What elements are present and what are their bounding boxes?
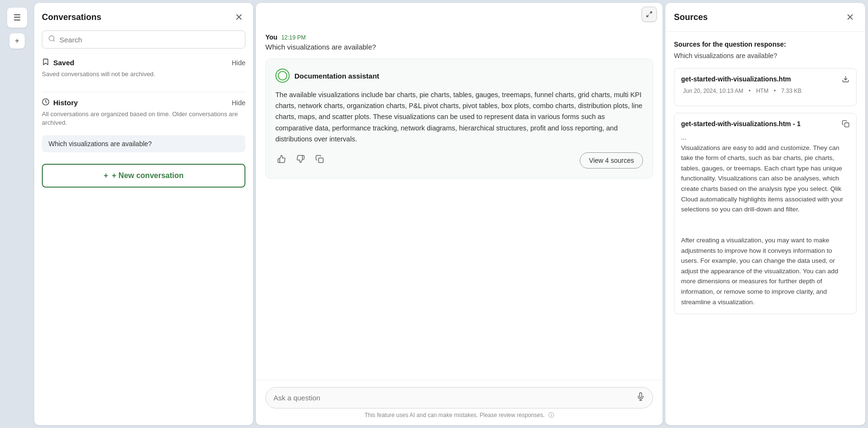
chat-area: You 12:19 PM Which visualizations are av… [256, 3, 663, 425]
assistant-message: Documentation assistant The available vi… [265, 59, 653, 179]
info-icon: ⓘ [548, 412, 554, 418]
search-input[interactable] [59, 36, 239, 44]
source-file-card-1: get-started-with-visualizations.htm Jun … [674, 68, 857, 106]
conversations-panel-header: Conversations ✕ [42, 10, 245, 24]
chat-messages: You 12:19 PM Which visualizations are av… [256, 22, 663, 380]
search-box [42, 30, 245, 49]
sources-close-button[interactable]: ✕ [843, 10, 857, 24]
svg-rect-4 [319, 158, 323, 163]
source-file-header-1: get-started-with-visualizations.htm [681, 75, 849, 85]
view-sources-button[interactable]: View 4 sources [580, 152, 643, 169]
sources-title: Sources [674, 12, 708, 22]
svg-rect-8 [845, 123, 849, 127]
sources-question-text: Which visualizations are available? [674, 52, 857, 60]
history-icon [42, 98, 49, 107]
assistant-header: Documentation assistant [275, 69, 643, 83]
message-time: 12:19 PM [281, 34, 305, 41]
user-meta: You 12:19 PM [265, 33, 653, 41]
assistant-name: Documentation assistant [294, 72, 379, 80]
copy-message-button[interactable] [313, 153, 326, 168]
source-copy-button-2[interactable] [842, 120, 849, 129]
saved-hide-button[interactable]: Hide [232, 59, 245, 67]
history-label: History [53, 99, 78, 107]
source-excerpt-2: ... Visualizations are easy to add and c… [681, 132, 849, 307]
sidebar-toggle-column: ☰ + [3, 3, 31, 425]
thumbs-down-button[interactable] [294, 153, 307, 168]
thumbs-up-button[interactable] [275, 153, 288, 168]
new-conversation-label: + New conversation [112, 171, 184, 180]
message-actions: View 4 sources [275, 152, 643, 169]
source-download-button-1[interactable] [842, 75, 849, 85]
source-file-card-2: get-started-with-visualizations.htm - 1 … [674, 113, 857, 314]
saved-label: Saved [53, 59, 74, 67]
bookmark-icon [42, 58, 49, 67]
user-message-text: Which visualizations are available? [265, 43, 653, 51]
source-file-name-2: get-started-with-visualizations.htm - 1 [681, 120, 800, 128]
search-icon [48, 35, 56, 44]
history-section-title: History [42, 98, 78, 107]
sources-header: Sources ✕ [665, 3, 865, 32]
saved-divider [42, 92, 245, 92]
chat-header [256, 3, 663, 22]
chat-input-area: This feature uses AI and can make mistak… [256, 380, 663, 425]
add-conversation-button[interactable]: + [10, 33, 25, 49]
saved-section-header: Saved Hide [42, 58, 245, 67]
plus-icon: + [104, 171, 108, 180]
sources-content: Sources for the question response: Which… [665, 32, 865, 425]
chat-input-box [265, 387, 653, 408]
conversation-item[interactable]: Which visualizations are available? [42, 135, 245, 152]
ai-disclaimer: This feature uses AI and can make mistak… [265, 411, 653, 421]
microphone-button[interactable] [636, 392, 645, 403]
disclaimer-text: This feature uses AI and can make mistak… [364, 412, 545, 418]
chat-input[interactable] [273, 394, 632, 402]
assistant-avatar-inner [278, 71, 287, 80]
saved-section-title: Saved [42, 58, 74, 67]
user-name: You [265, 33, 277, 41]
saved-description: Saved conversations will not be archived… [42, 70, 245, 79]
sources-panel: Sources ✕ Sources for the question respo… [665, 3, 865, 425]
source-file-name-1: get-started-with-visualizations.htm [681, 75, 791, 83]
menu-icon-button[interactable]: ☰ [7, 8, 27, 28]
expand-chat-button[interactable] [642, 7, 657, 22]
history-section-header: History Hide [42, 98, 245, 107]
source-file-header-2: get-started-with-visualizations.htm - 1 [681, 120, 849, 129]
history-description: All conversations are organized based on… [42, 110, 245, 127]
conversations-panel: Conversations ✕ Saved Hid [34, 3, 253, 425]
sources-question-label: Sources for the question response: [674, 40, 857, 48]
user-message: You 12:19 PM Which visualizations are av… [265, 33, 653, 51]
assistant-avatar [275, 69, 290, 83]
svg-point-0 [49, 36, 54, 41]
new-conversation-button[interactable]: + + New conversation [42, 164, 245, 188]
conversations-close-button[interactable]: ✕ [232, 10, 245, 24]
assistant-message-text: The available visualizations include bar… [275, 90, 643, 145]
history-hide-button[interactable]: Hide [232, 99, 245, 107]
source-file-meta-1: Jun 20, 2024, 10:13 AM • HTM • 7.33 KB [681, 88, 849, 94]
action-icons [275, 153, 326, 168]
conversations-title: Conversations [42, 12, 101, 22]
